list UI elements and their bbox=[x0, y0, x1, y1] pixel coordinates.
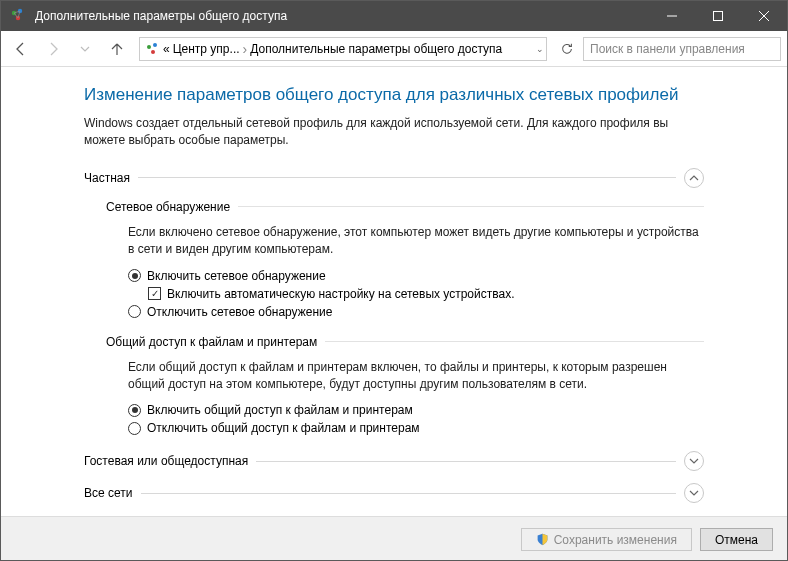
minimize-button[interactable] bbox=[649, 1, 695, 31]
page-heading: Изменение параметров общего доступа для … bbox=[84, 85, 704, 105]
chevron-down-icon bbox=[684, 451, 704, 471]
breadcrumb-prefix: « bbox=[163, 42, 170, 56]
option-label: Отключить общий доступ к файлам и принте… bbox=[147, 421, 420, 435]
profile-label: Гостевая или общедоступная bbox=[84, 454, 248, 468]
radio-icon bbox=[128, 404, 141, 417]
option-label: Включить общий доступ к файлам и принтер… bbox=[147, 403, 413, 417]
close-button[interactable] bbox=[741, 1, 787, 31]
chevron-up-icon bbox=[684, 168, 704, 188]
radio-fs-on[interactable]: Включить общий доступ к файлам и принтер… bbox=[128, 403, 704, 417]
svg-point-8 bbox=[153, 43, 157, 47]
window-title: Дополнительные параметры общего доступа bbox=[35, 9, 649, 23]
option-label: Включить сетевое обнаружение bbox=[147, 269, 326, 283]
radio-icon bbox=[128, 269, 141, 282]
button-label: Сохранить изменения bbox=[554, 533, 677, 547]
titlebar: Дополнительные параметры общего доступа bbox=[1, 1, 787, 31]
divider bbox=[256, 461, 676, 462]
section-desc: Если общий доступ к файлам и принтерам в… bbox=[106, 359, 704, 394]
svg-point-9 bbox=[151, 50, 155, 54]
svg-point-7 bbox=[147, 45, 151, 49]
section-title: Общий доступ к файлам и принтерам bbox=[106, 335, 317, 349]
profile-private-header[interactable]: Частная bbox=[84, 168, 704, 188]
cancel-button[interactable]: Отмена bbox=[700, 528, 773, 551]
divider bbox=[138, 177, 676, 178]
divider bbox=[325, 341, 704, 342]
option-label: Отключить сетевое обнаружение bbox=[147, 305, 332, 319]
save-button[interactable]: Сохранить изменения bbox=[521, 528, 692, 551]
forward-button[interactable] bbox=[39, 35, 67, 63]
radio-fs-off[interactable]: Отключить общий доступ к файлам и принте… bbox=[128, 421, 704, 435]
section-title: Сетевое обнаружение bbox=[106, 200, 230, 214]
refresh-button[interactable] bbox=[555, 37, 579, 61]
divider bbox=[141, 493, 677, 494]
back-button[interactable] bbox=[7, 35, 35, 63]
recent-dropdown[interactable] bbox=[71, 35, 99, 63]
address-bar[interactable]: « Центр упр... › Дополнительные параметр… bbox=[139, 37, 547, 61]
maximize-button[interactable] bbox=[695, 1, 741, 31]
location-icon bbox=[144, 41, 160, 57]
section-desc: Если включено сетевое обнаружение, этот … bbox=[106, 224, 704, 259]
search-input[interactable]: Поиск в панели управления bbox=[583, 37, 781, 61]
chevron-down-icon bbox=[684, 483, 704, 503]
checkbox-icon bbox=[148, 287, 161, 300]
option-label: Включить автоматическую настройку на сет… bbox=[167, 287, 515, 301]
navbar: « Центр упр... › Дополнительные параметр… bbox=[1, 31, 787, 67]
section-file-sharing: Общий доступ к файлам и принтерам Если о… bbox=[84, 335, 704, 436]
radio-nd-off[interactable]: Отключить сетевое обнаружение bbox=[128, 305, 704, 319]
checkbox-nd-auto[interactable]: Включить автоматическую настройку на сет… bbox=[128, 287, 704, 301]
page-subtext: Windows создает отдельный сетевой профил… bbox=[84, 115, 704, 150]
app-icon bbox=[9, 7, 27, 25]
address-dropdown-icon[interactable]: ⌄ bbox=[536, 44, 544, 54]
radio-nd-on[interactable]: Включить сетевое обнаружение bbox=[128, 269, 704, 283]
button-label: Отмена bbox=[715, 533, 758, 547]
radio-icon bbox=[128, 305, 141, 318]
chevron-right-icon: › bbox=[243, 41, 248, 57]
breadcrumb-item[interactable]: Дополнительные параметры общего доступа bbox=[250, 42, 502, 56]
profile-all-header[interactable]: Все сети bbox=[84, 483, 704, 503]
profile-label: Все сети bbox=[84, 486, 133, 500]
breadcrumb-item[interactable]: Центр упр... bbox=[173, 42, 240, 56]
svg-rect-4 bbox=[714, 12, 723, 21]
profile-guest-header[interactable]: Гостевая или общедоступная bbox=[84, 451, 704, 471]
divider bbox=[238, 206, 704, 207]
content-area: Изменение параметров общего доступа для … bbox=[1, 67, 787, 516]
section-network-discovery: Сетевое обнаружение Если включено сетево… bbox=[84, 200, 704, 319]
footer: Сохранить изменения Отмена bbox=[1, 516, 787, 561]
up-button[interactable] bbox=[103, 35, 131, 63]
shield-icon bbox=[536, 533, 549, 546]
radio-icon bbox=[128, 422, 141, 435]
profile-label: Частная bbox=[84, 171, 130, 185]
search-placeholder: Поиск в панели управления bbox=[590, 42, 745, 56]
